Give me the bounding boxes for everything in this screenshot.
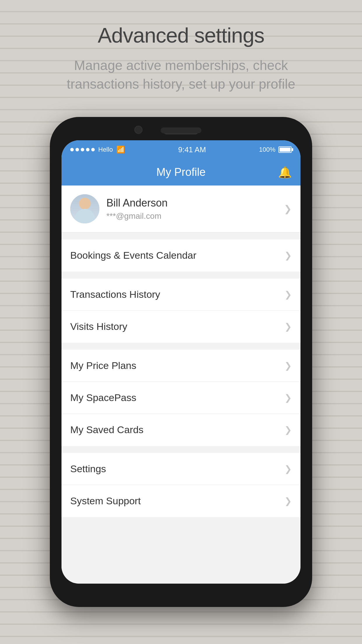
menu-chevron-system-support: ❯ — [284, 496, 292, 506]
status-time: 9:41 AM — [178, 145, 206, 154]
menu-divider-1 — [61, 232, 301, 239]
menu-chevron-visits: ❯ — [284, 321, 292, 332]
battery-percentage: 100% — [259, 146, 275, 153]
menu-item-price-plans-label: My Price Plans — [70, 360, 136, 371]
nav-title: My Profile — [157, 166, 206, 178]
user-name: Bill Anderson — [106, 197, 277, 209]
status-right: 100% — [259, 146, 292, 153]
user-card[interactable]: Bill Anderson ***@gmail.com ❯ — [61, 186, 301, 232]
menu-group-3: My Price Plans ❯ My SpacePass ❯ My Saved… — [61, 350, 301, 446]
menu-item-price-plans[interactable]: My Price Plans ❯ — [61, 350, 301, 382]
user-email: ***@gmail.com — [106, 211, 277, 221]
user-card-chevron: ❯ — [284, 203, 292, 214]
menu-item-system-support-label: System Support — [70, 495, 141, 507]
phone-speaker — [161, 127, 201, 133]
menu-divider-4 — [61, 446, 301, 453]
menu-item-transactions[interactable]: Transactions History ❯ — [61, 279, 301, 311]
menu-item-system-support[interactable]: System Support ❯ — [61, 485, 301, 517]
menu-chevron-price-plans: ❯ — [284, 360, 292, 371]
menu-item-settings-label: Settings — [70, 463, 106, 475]
page-title: Advanced settings — [98, 23, 264, 47]
nav-bar: My Profile 🔔 — [61, 159, 301, 186]
menu-item-bookings[interactable]: Bookings & Events Calendar ❯ — [61, 239, 301, 272]
menu-item-spacepass[interactable]: My SpacePass ❯ — [61, 382, 301, 414]
phone-camera — [134, 126, 143, 134]
menu-group-2: Transactions History ❯ Visits History ❯ — [61, 279, 301, 343]
avatar — [70, 194, 99, 223]
status-left: Hello 📶 — [70, 146, 125, 154]
menu-item-bookings-label: Bookings & Events Calendar — [70, 250, 196, 261]
bell-icon[interactable]: 🔔 — [278, 166, 292, 179]
user-info: Bill Anderson ***@gmail.com — [106, 197, 277, 221]
menu-item-settings[interactable]: Settings ❯ — [61, 453, 301, 485]
menu-group-1: Bookings & Events Calendar ❯ — [61, 239, 301, 272]
menu-item-visits-label: Visits History — [70, 321, 127, 332]
carrier-label: Hello — [98, 146, 113, 153]
menu-item-spacepass-label: My SpacePass — [70, 392, 136, 403]
phone-screen: Hello 📶 9:41 AM 100% My Profile 🔔 — [61, 140, 301, 584]
menu-chevron-transactions: ❯ — [284, 289, 292, 300]
signal-dots — [70, 148, 95, 151]
screen-content: Bill Anderson ***@gmail.com ❯ Bookings &… — [61, 186, 301, 584]
menu-item-saved-cards[interactable]: My Saved Cards ❯ — [61, 414, 301, 446]
menu-chevron-spacepass: ❯ — [284, 393, 292, 403]
menu-item-transactions-label: Transactions History — [70, 289, 160, 300]
menu-chevron-bookings: ❯ — [284, 250, 292, 260]
menu-chevron-saved-cards: ❯ — [284, 425, 292, 435]
page-subtitle: Manage active memberships, check transac… — [50, 56, 312, 94]
phone-device: Hello 📶 9:41 AM 100% My Profile 🔔 — [50, 117, 312, 607]
battery-icon — [278, 146, 292, 153]
avatar-body — [75, 209, 95, 223]
menu-item-saved-cards-label: My Saved Cards — [70, 424, 143, 435]
menu-group-4: Settings ❯ System Support ❯ — [61, 453, 301, 517]
avatar-head — [79, 198, 91, 209]
menu-chevron-settings: ❯ — [284, 464, 292, 474]
menu-divider-2 — [61, 272, 301, 279]
page-wrapper: Advanced settings Manage active membersh… — [0, 0, 362, 607]
menu-item-visits[interactable]: Visits History ❯ — [61, 311, 301, 343]
wifi-icon: 📶 — [116, 146, 125, 154]
status-bar: Hello 📶 9:41 AM 100% — [61, 140, 301, 159]
menu-divider-3 — [61, 343, 301, 350]
